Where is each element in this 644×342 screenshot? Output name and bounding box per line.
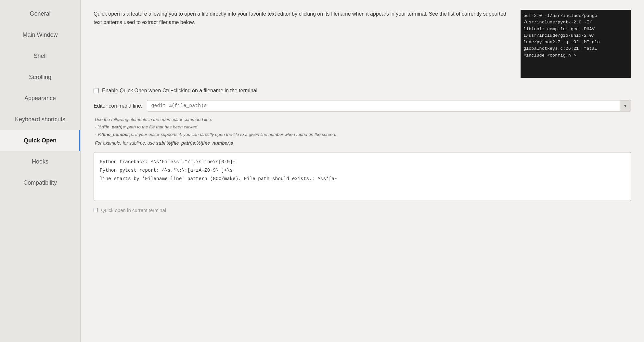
quick-open-checkbox-label[interactable]: Enable Quick Open when Ctrl+clicking on … <box>102 88 257 94</box>
description: Quick open is a feature allowing you to … <box>94 10 511 78</box>
sidebar-label-shell: Shell <box>33 53 46 59</box>
pattern-line-1: Python pytest report: ^\s.*\:\:[a-zA-Z0-… <box>100 166 625 175</box>
sidebar: General Main Window Shell Scrolling Appe… <box>0 0 81 342</box>
quick-open-current-row: Quick open in current terminal <box>94 207 631 213</box>
editor-input[interactable] <box>147 100 620 111</box>
sidebar-item-keyboard-shortcuts[interactable]: Keyboard shortcuts <box>0 109 80 130</box>
term-line-3: I/usr/include/gio-unix-2.0/ <box>523 33 628 39</box>
sidebar-label-quick-open: Quick Open <box>24 137 57 144</box>
term-line-0: buf-2.0 -I/usr/include/pango <box>523 13 628 19</box>
sidebar-item-compatibility[interactable]: Compatibility <box>0 172 80 193</box>
quick-open-checkbox-row: Enable Quick Open when Ctrl+clicking on … <box>94 88 631 94</box>
sidebar-item-main-window[interactable]: Main Window <box>0 24 80 46</box>
editor-row: Editor command line: ▼ <box>94 100 631 112</box>
sidebar-label-scrolling: Scrolling <box>29 74 51 80</box>
main-content: Quick open is a feature allowing you to … <box>81 0 644 342</box>
terminal-preview: buf-2.0 -I/usr/include/pango /usr/includ… <box>521 10 631 78</box>
sidebar-label-general: General <box>30 10 50 17</box>
patterns-box: Python traceback: ^\s*File\s".*/",\sline… <box>94 152 631 201</box>
sidebar-item-quick-open[interactable]: Quick Open <box>0 130 80 151</box>
pattern-line-0: Python traceback: ^\s*File\s".*/",\sline… <box>100 158 625 166</box>
term-line-4: lude/python2.7 -g -O2 -MT glo <box>523 39 628 46</box>
sidebar-item-shell[interactable]: Shell <box>0 46 80 67</box>
help-text: Use the following elements in the open e… <box>94 116 631 138</box>
editor-dropdown-button[interactable]: ▼ <box>620 100 631 111</box>
editor-label: Editor command line: <box>94 103 142 109</box>
sidebar-item-scrolling[interactable]: Scrolling <box>0 67 80 88</box>
editor-input-wrapper: ▼ <box>147 100 631 112</box>
sidebar-label-hooks: Hooks <box>32 158 48 165</box>
term-line-6: #include <config.h > <box>523 52 628 59</box>
sidebar-item-hooks[interactable]: Hooks <box>0 151 80 172</box>
quick-open-checkbox[interactable] <box>94 88 99 93</box>
pattern-line-2: line starts by 'Filename:line' pattern (… <box>100 175 625 183</box>
quick-open-current-checkbox[interactable] <box>94 208 98 212</box>
term-line-5: globalhotkeys.c:26:21: fatal <box>523 46 628 52</box>
term-line-1: /usr/include/pygtk-2.0 -I/ <box>523 19 628 26</box>
sidebar-label-keyboard-shortcuts: Keyboard shortcuts <box>15 116 65 123</box>
example-text: For example, for sublime, use subl %(fil… <box>94 140 631 146</box>
top-section: Quick open is a feature allowing you to … <box>94 10 631 78</box>
chevron-down-icon: ▼ <box>624 104 627 108</box>
sidebar-label-main-window: Main Window <box>22 32 58 38</box>
sidebar-item-appearance[interactable]: Appearance <box>0 88 80 109</box>
sidebar-label-compatibility: Compatibility <box>23 179 57 186</box>
sidebar-label-appearance: Appearance <box>24 95 56 101</box>
term-line-2: libtool: compile: gcc -DHAV <box>523 26 628 33</box>
description-text: Quick open is a feature allowing you to … <box>94 11 506 25</box>
sidebar-item-general[interactable]: General <box>0 3 80 24</box>
quick-open-current-label[interactable]: Quick open in current terminal <box>101 207 166 213</box>
